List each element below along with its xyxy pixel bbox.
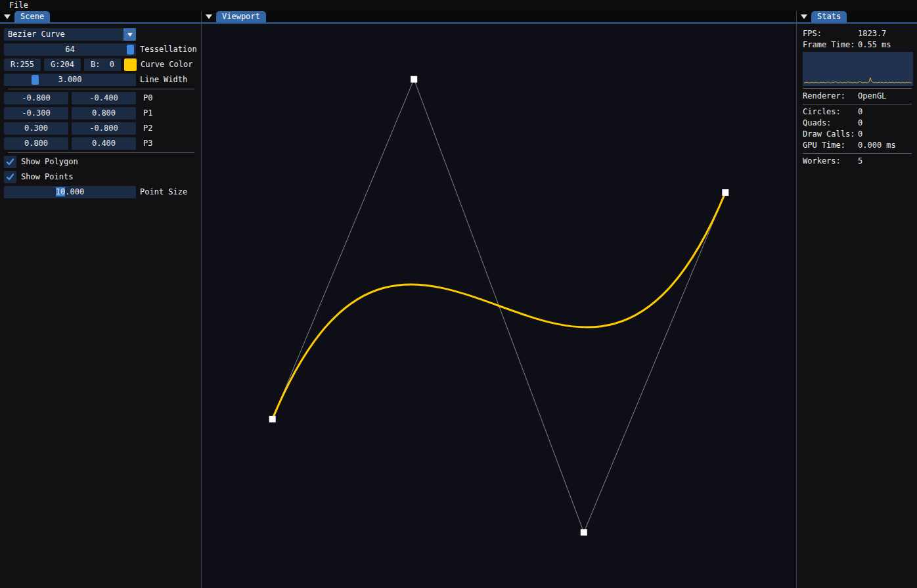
fps-label: FPS: xyxy=(803,28,858,39)
p0-y-drag[interactable]: -0.400 xyxy=(72,92,136,104)
renderer-value: OpenGL xyxy=(858,91,886,101)
checkmark-icon xyxy=(6,173,14,181)
separator xyxy=(803,88,912,89)
scene-panel: Scene Bezier Curve 64 xyxy=(0,11,202,588)
workers-row: Workers:5 xyxy=(803,156,913,167)
app-window: File Scene Bezier Curve xyxy=(0,0,917,588)
viewport-panel: Viewport xyxy=(202,11,797,588)
p2-y-drag[interactable]: -0.800 xyxy=(72,122,136,135)
tab-scene[interactable]: Scene xyxy=(14,11,50,22)
curve-color-label: Curve Color xyxy=(141,58,192,71)
tab-stats[interactable]: Stats xyxy=(811,11,847,22)
collapse-arrow-icon xyxy=(4,14,11,19)
workers-value: 5 xyxy=(858,156,862,166)
curve-color-swatch[interactable] xyxy=(124,58,137,71)
line-width-slider-grab[interactable] xyxy=(32,75,39,85)
p2-label: P2 xyxy=(143,122,152,135)
gpu-time-value: 0.000 ms xyxy=(858,141,896,150)
line-width-value: 3.000 xyxy=(58,75,81,84)
draw-calls-value: 0 xyxy=(858,129,862,139)
circles-label: Circles: xyxy=(803,106,858,118)
circles-value: 0 xyxy=(858,107,862,116)
frame-time-value: 0.55 ms xyxy=(858,40,891,49)
tessellation-label: Tessellation xyxy=(140,43,197,56)
p1-label: P1 xyxy=(143,107,152,120)
curve-color-b-drag[interactable]: B: 0 xyxy=(84,58,121,71)
point-size-input[interactable]: 10.000 xyxy=(4,186,136,198)
gpu-time-label: GPU Time: xyxy=(803,140,858,151)
combo-arrow-icon xyxy=(127,33,133,37)
point-size-label: Point Size xyxy=(140,186,187,198)
menu-bar: File xyxy=(0,0,917,11)
stats-panel: Stats FPS:1823.7 Frame Time:0.55 ms Rend… xyxy=(797,11,917,588)
separator xyxy=(8,152,194,153)
renderer-label: Renderer: xyxy=(803,91,858,102)
curve-type-value: Bezier Curve xyxy=(4,28,123,41)
quads-row: Quads:0 xyxy=(803,118,913,129)
tessellation-value: 64 xyxy=(65,45,74,54)
separator xyxy=(803,104,912,104)
stats-window-menu-button[interactable] xyxy=(797,11,811,22)
circles-row: Circles:0 xyxy=(803,106,913,118)
frame-time-graph xyxy=(803,52,913,86)
p0-x-drag[interactable]: -0.800 xyxy=(4,92,68,104)
p3-x-drag[interactable]: 0.800 xyxy=(4,137,68,150)
stats-panel-content: FPS:1823.7 Frame Time:0.55 ms Renderer:O… xyxy=(797,24,917,167)
quads-label: Quads: xyxy=(803,118,858,129)
collapse-arrow-icon xyxy=(801,14,807,19)
show-points-label: Show Points xyxy=(21,171,73,183)
tessellation-slider[interactable]: 64 xyxy=(4,43,136,56)
combo-arrow-button[interactable] xyxy=(123,28,136,41)
p2-x-drag[interactable]: 0.300 xyxy=(4,122,68,135)
frame-time-row: Frame Time:0.55 ms xyxy=(803,39,913,51)
tab-viewport[interactable]: Viewport xyxy=(216,11,266,22)
show-polygon-checkbox[interactable] xyxy=(4,156,16,168)
collapse-arrow-icon xyxy=(206,14,212,19)
draw-calls-row: Draw Calls:0 xyxy=(803,129,913,140)
fps-value: 1823.7 xyxy=(858,29,886,38)
frame-time-label: Frame Time: xyxy=(803,39,858,51)
p1-y-drag[interactable]: 0.800 xyxy=(72,107,136,120)
p0-label: P0 xyxy=(143,92,152,104)
gpu-time-row: GPU Time:0.000 ms xyxy=(803,140,913,151)
dock-area: Scene Bezier Curve 64 xyxy=(0,11,917,588)
scene-window-menu-button[interactable] xyxy=(0,11,14,22)
curve-color-r-drag[interactable]: R:255 xyxy=(4,58,41,71)
p1-x-drag[interactable]: -0.300 xyxy=(4,107,68,120)
p3-y-drag[interactable]: 0.400 xyxy=(72,137,136,150)
viewport-tabbar: Viewport xyxy=(202,11,796,24)
menu-file[interactable]: File xyxy=(0,0,35,11)
show-points-checkbox[interactable] xyxy=(4,171,16,183)
quads-value: 0 xyxy=(858,118,862,127)
workers-label: Workers: xyxy=(803,156,858,167)
show-polygon-label: Show Polygon xyxy=(21,156,78,168)
scene-tabbar: Scene xyxy=(0,11,201,24)
point-size-rest-text: .000 xyxy=(65,187,84,196)
checkmark-icon xyxy=(6,158,14,166)
stats-tabbar: Stats xyxy=(797,11,917,24)
separator xyxy=(803,153,912,154)
tessellation-slider-grab[interactable] xyxy=(127,45,134,55)
separator xyxy=(8,89,194,89)
draw-calls-label: Draw Calls: xyxy=(803,129,858,140)
line-width-slider[interactable]: 3.000 xyxy=(4,74,136,86)
curve-color-g-drag[interactable]: G:204 xyxy=(44,58,81,71)
fps-row: FPS:1823.7 xyxy=(803,28,913,39)
viewport-window-menu-button[interactable] xyxy=(202,11,216,22)
p3-label: P3 xyxy=(143,137,152,150)
scene-canvas[interactable] xyxy=(202,24,796,588)
line-width-label: Line Width xyxy=(140,74,187,86)
scene-panel-content: Bezier Curve 64 Tessellation xyxy=(0,24,201,201)
renderer-row: Renderer:OpenGL xyxy=(803,91,913,102)
point-size-selected-text: 10 xyxy=(56,187,65,196)
curve-type-combo[interactable]: Bezier Curve xyxy=(4,28,136,41)
